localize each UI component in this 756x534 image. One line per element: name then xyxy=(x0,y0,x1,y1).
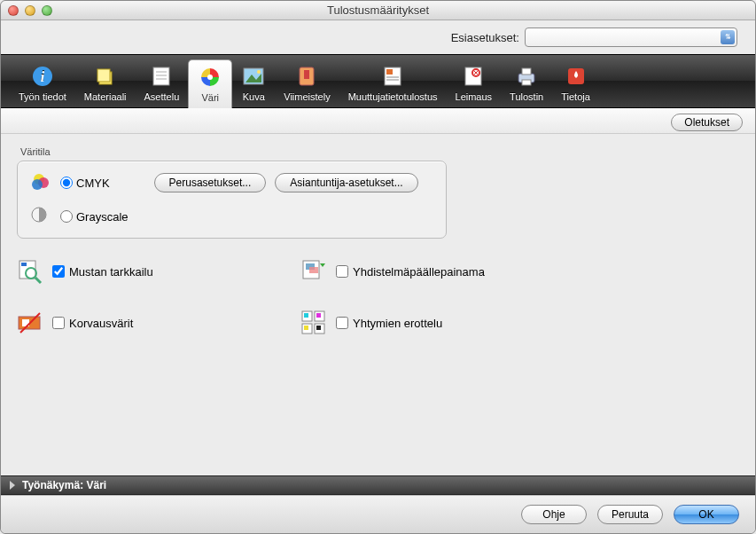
grayscale-radio-label: Grayscale xyxy=(76,210,129,224)
tab-label: Väri xyxy=(201,92,219,103)
job-view-label: Työnäkymä: Väri xyxy=(22,479,106,491)
preset-label: Esiasetukset: xyxy=(451,31,519,44)
svg-rect-45 xyxy=(304,326,308,330)
close-icon[interactable] xyxy=(8,5,19,16)
tab-color[interactable]: Väri xyxy=(188,59,232,108)
svg-rect-41 xyxy=(304,313,308,318)
preset-select[interactable]: ⇅ xyxy=(525,27,737,47)
svg-rect-4 xyxy=(97,69,110,82)
tab-media[interactable]: Materiaali xyxy=(75,59,136,107)
svg-rect-31 xyxy=(21,263,27,266)
tab-label: Työn tiedot xyxy=(19,91,66,102)
stamp-icon xyxy=(461,64,486,89)
tab-vdp[interactable]: Muuttujatietotulostus xyxy=(339,59,447,107)
separation-checkbox[interactable]: Yhtymien erottelu xyxy=(336,317,442,330)
defaults-button[interactable]: Oletukset xyxy=(671,114,743,131)
svg-rect-24 xyxy=(522,80,531,85)
separation-label: Yhtymien erottelu xyxy=(353,317,442,330)
document-icon xyxy=(149,64,174,89)
tab-label: Leimaus xyxy=(456,91,493,102)
svg-rect-36 xyxy=(309,267,318,273)
preset-row: Esiasetukset: ⇅ xyxy=(1,20,755,54)
grayscale-radio-input[interactable] xyxy=(60,210,73,223)
defaults-row: Oletukset xyxy=(1,108,755,134)
svg-point-13 xyxy=(257,70,261,74)
job-view-bar[interactable]: Työnäkymä: Väri xyxy=(1,475,755,495)
tab-about[interactable]: Tietoja xyxy=(552,59,599,107)
toolbar: i Työn tiedot Materiaali Asettelu Väri xyxy=(1,54,755,108)
vdp-icon xyxy=(380,64,405,89)
svg-rect-23 xyxy=(522,68,531,75)
paper-stack-icon xyxy=(93,64,118,89)
svg-point-28 xyxy=(32,179,43,190)
substitute-colors-label: Korvausvärit xyxy=(69,317,133,330)
color-wheel-icon xyxy=(198,65,222,90)
help-button[interactable]: Ohje xyxy=(521,505,587,524)
svg-line-33 xyxy=(35,278,41,283)
tab-label: Tietoja xyxy=(561,91,590,102)
substitute-colors-input[interactable] xyxy=(52,317,65,329)
booklet-icon xyxy=(294,64,319,89)
combo-overprint-checkbox[interactable]: Yhdistelmäpäällepainama xyxy=(336,265,485,279)
tab-layout[interactable]: Asettelu xyxy=(136,59,189,107)
svg-text:i: i xyxy=(41,69,45,84)
titlebar: Tulostusmääritykset xyxy=(1,1,755,20)
cmyk-radio-input[interactable] xyxy=(60,177,73,189)
window-title: Tulostusmääritykset xyxy=(1,4,755,17)
tab-stamping[interactable]: Leimaus xyxy=(447,59,502,107)
separation-input[interactable] xyxy=(336,317,348,329)
fiery-icon xyxy=(564,64,588,89)
overprint-icon xyxy=(300,258,327,285)
photo-icon xyxy=(241,64,266,89)
tab-label: Viimeistely xyxy=(284,91,330,102)
minimize-icon[interactable] xyxy=(25,5,35,16)
svg-rect-17 xyxy=(386,69,393,75)
info-icon: i xyxy=(30,64,55,89)
ok-button[interactable]: OK xyxy=(674,505,739,524)
color-mode-group-label: Väritila xyxy=(20,146,739,157)
tab-job-info[interactable]: i Työn tiedot xyxy=(10,59,75,107)
cmyk-radio[interactable]: CMYK xyxy=(60,177,110,190)
disclosure-triangle-icon xyxy=(10,481,15,490)
window-controls xyxy=(1,5,52,16)
chevron-updown-icon: ⇅ xyxy=(721,30,735,44)
zoom-icon[interactable] xyxy=(42,5,52,16)
combo-overprint-input[interactable] xyxy=(336,265,348,278)
printer-icon xyxy=(514,64,539,89)
dialog-buttons: Ohje Peruuta OK xyxy=(1,495,755,533)
tab-label: Materiaali xyxy=(84,91,127,102)
magnifier-icon xyxy=(17,258,43,285)
svg-rect-47 xyxy=(316,326,321,330)
black-monitoring-label: Mustan tarkkailu xyxy=(69,265,153,279)
color-mode-group: CMYK Perusasetukset... Asiantuntija-aset… xyxy=(17,161,447,239)
content-area: Väritila CMYK Perusasetukset... Asiantun… xyxy=(1,134,755,475)
expert-settings-button[interactable]: Asiantuntija-asetukset... xyxy=(275,173,417,192)
tab-printer[interactable]: Tulostin xyxy=(501,59,552,107)
svg-rect-15 xyxy=(304,70,309,79)
tab-label: Asettelu xyxy=(144,91,180,102)
basic-settings-button[interactable]: Perusasetukset... xyxy=(154,173,267,192)
cmyk-circles-icon xyxy=(30,172,51,193)
tab-label: Tulostin xyxy=(510,91,543,102)
substitute-colors-checkbox[interactable]: Korvausvärit xyxy=(52,317,133,330)
svg-rect-5 xyxy=(153,67,169,85)
svg-rect-43 xyxy=(316,313,321,318)
separation-icon xyxy=(300,310,327,336)
tab-label: Kuva xyxy=(243,91,265,102)
tab-label: Muuttujatietotulostus xyxy=(348,91,438,102)
tab-finishing[interactable]: Viimeistely xyxy=(275,59,339,107)
cancel-button[interactable]: Peruuta xyxy=(597,505,663,524)
cmyk-radio-label: CMYK xyxy=(76,177,110,190)
substitute-colors-icon xyxy=(17,310,43,336)
combo-overprint-label: Yhdistelmäpäällepainama xyxy=(353,265,485,279)
svg-point-10 xyxy=(207,75,213,80)
black-monitoring-checkbox[interactable]: Mustan tarkkailu xyxy=(52,265,153,279)
black-monitoring-input[interactable] xyxy=(52,265,65,278)
grayscale-radio[interactable]: Grayscale xyxy=(60,210,129,224)
grayscale-circle-icon xyxy=(30,206,51,227)
tab-image[interactable]: Kuva xyxy=(232,59,275,107)
